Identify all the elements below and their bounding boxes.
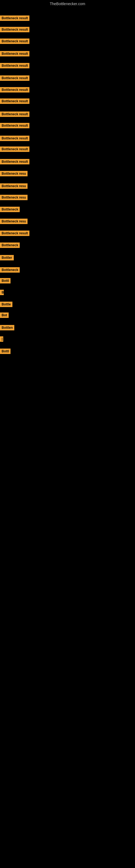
bottleneck-badge: Bottleneck result [0,147,30,152]
bottleneck-badge: Bottleneck resu [0,195,28,200]
bottleneck-badge: Bottleneck result [0,38,30,44]
bottleneck-badge: Bottleneck result [0,230,30,236]
bottleneck-badge: Bottleneck resu [0,171,28,176]
bottleneck-badge: Bottleneck result [0,16,30,21]
bottleneck-badge: Bottleneck result [0,27,30,32]
bottleneck-badge-row: Bottleneck result [0,75,30,82]
bottleneck-badge-row: Bottleneck result [0,27,30,33]
bottleneck-badge: Bottleneck [0,243,20,248]
bottleneck-badge: Bottl [0,348,10,354]
bottleneck-badge-row: Bottleneck [0,267,20,274]
bottleneck-badge-row: Bottleneck result [0,63,30,69]
bottleneck-badge-row: Bottleneck result [0,230,30,237]
bottleneck-badge: Bottler [0,255,14,260]
bottleneck-badge-row: Bottleneck resu [0,183,28,190]
bottleneck-badge-row: Bottl [0,278,10,284]
bottleneck-badge: Bottleneck result [0,135,30,141]
bottleneck-badge-row: Bottleneck result [0,147,30,153]
bottleneck-badge: Bottlen [0,325,14,330]
bottleneck-badge: B [0,290,4,295]
bottleneck-badge-row: Bottl [0,348,10,355]
bottleneck-badge: Bottleneck result [0,98,30,104]
bottleneck-badge: | [0,336,3,342]
bottleneck-badge-row: Bottleneck resu [0,171,28,177]
bottleneck-badge-row: Bottleneck result [0,51,30,58]
site-title: TheBottlenecker.com [0,0,135,8]
bottleneck-badge-row: Bottleneck resu [0,219,28,225]
bottleneck-badge: Bot [0,312,9,318]
bottleneck-badge: Bottleneck [0,207,20,212]
bottleneck-badge: Bottle [0,302,12,307]
bottleneck-badge-row: B [0,290,4,296]
bottleneck-badge-row: Bottleneck [0,243,20,249]
bottleneck-badge: Bottleneck result [0,75,30,81]
bottleneck-badge-row: Bottleneck result [0,159,30,165]
bottleneck-badge-row: Bottleneck resu [0,195,28,201]
bottleneck-badge-row: Bottleneck result [0,112,30,118]
bottleneck-badge-row: Bottleneck result [0,123,30,129]
bottleneck-badge-row: Bottleneck result [0,98,30,105]
bottleneck-badge: Bottleneck resu [0,183,28,189]
bottleneck-badge-row: | [0,336,2,343]
bottleneck-badge: Bottleneck result [0,63,30,68]
bottleneck-badge-row: Bot [0,312,9,319]
bottleneck-badge-row: Bottleneck [0,207,20,213]
bottleneck-badge: Bottleneck result [0,123,30,128]
bottleneck-badge-row: Bottler [0,255,14,261]
bottleneck-badge: Bottl [0,278,10,283]
bottleneck-badge: Bottleneck result [0,51,30,56]
bottleneck-badge: Bottleneck result [0,112,30,117]
bottleneck-badge-row: Bottleneck result [0,135,30,142]
bottleneck-badge: Bottleneck result [0,87,30,93]
bottleneck-badge-row: Bottle [0,302,12,308]
bottleneck-badge: Bottleneck result [0,159,30,164]
bottleneck-badge: Bottleneck resu [0,219,28,224]
bottleneck-badge: Bottleneck [0,267,20,273]
bottleneck-badge-row: Bottleneck result [0,16,30,22]
bottleneck-badge-row: Bottleneck result [0,38,30,45]
bottleneck-badge-row: Bottleneck result [0,87,30,94]
bottleneck-badge-row: Bottlen [0,325,14,332]
